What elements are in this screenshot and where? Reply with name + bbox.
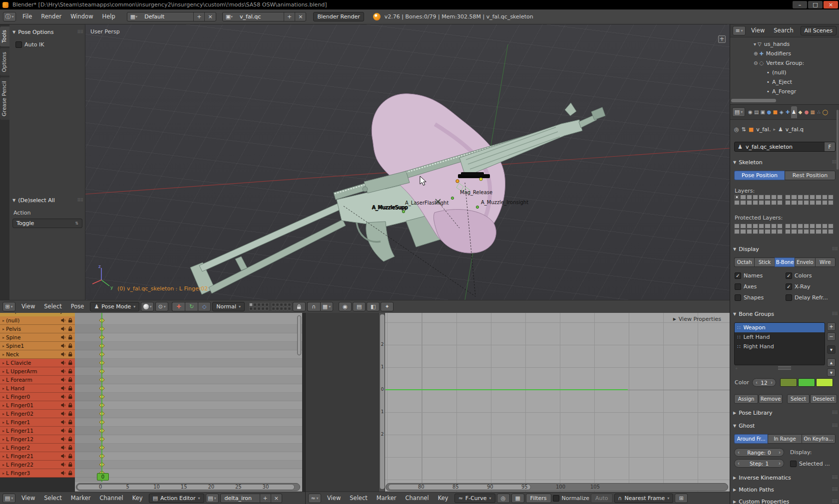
layer-toggle[interactable] bbox=[822, 224, 828, 229]
mute-icon[interactable] bbox=[61, 377, 66, 382]
panel-drag-dots[interactable]: ⠿⠿ bbox=[832, 475, 838, 480]
mute-icon[interactable] bbox=[61, 437, 66, 442]
tab-world[interactable]: ● bbox=[766, 107, 773, 117]
menu-select[interactable]: Select bbox=[39, 300, 66, 313]
collapse-arrow-icon[interactable]: ▼ bbox=[733, 160, 736, 165]
add-screen-icon[interactable]: + bbox=[193, 12, 204, 21]
layer-toggle[interactable] bbox=[734, 229, 740, 234]
render-engine-dropdown[interactable]: Blender Render bbox=[313, 12, 364, 21]
horizontal-scrollbar[interactable] bbox=[731, 99, 776, 102]
toggle-stick[interactable]: Stick bbox=[754, 257, 774, 267]
collapse-arrow-icon[interactable]: ▶ bbox=[733, 500, 736, 504]
lock-icon[interactable] bbox=[68, 335, 73, 340]
layer-toggle[interactable] bbox=[785, 229, 791, 234]
ghost-selected-option[interactable]: Selected ... bbox=[790, 460, 830, 468]
menu-pose[interactable]: Pose bbox=[66, 300, 89, 313]
display-mode-dropdown[interactable]: All Scenes bbox=[801, 26, 837, 35]
lock-icon[interactable] bbox=[68, 377, 73, 382]
bone-group-item[interactable]: ∷Right Hand bbox=[735, 342, 825, 351]
filters-button[interactable]: Filters bbox=[526, 494, 551, 503]
outliner-item[interactable]: ▾▽us_hands bbox=[730, 39, 839, 49]
mute-icon[interactable] bbox=[61, 471, 66, 476]
list-filter-icon[interactable]: ◦ bbox=[735, 366, 738, 371]
pin-icon[interactable]: ◎ bbox=[734, 126, 739, 133]
layer-toggle[interactable] bbox=[747, 224, 752, 229]
expand-icon[interactable]: ▸ bbox=[2, 429, 4, 433]
display-option-shapes[interactable]: Shapes bbox=[735, 293, 764, 301]
lock-icon[interactable] bbox=[68, 454, 73, 459]
current-frame-badge[interactable]: 0 bbox=[97, 473, 109, 481]
mute-icon[interactable] bbox=[61, 428, 66, 433]
checkbox[interactable]: ✓ bbox=[735, 272, 741, 279]
expand-icon[interactable]: ▸ bbox=[2, 352, 4, 357]
move-down-button[interactable]: ▾ bbox=[827, 368, 836, 377]
show-sliders-button[interactable]: ▦ bbox=[511, 494, 524, 503]
current-frame-line[interactable] bbox=[101, 313, 102, 482]
expand-icon[interactable]: ▸ bbox=[2, 378, 4, 382]
mute-icon[interactable] bbox=[61, 403, 66, 408]
layer-toggle[interactable] bbox=[810, 195, 815, 200]
increment-icon[interactable]: › bbox=[771, 380, 773, 385]
button-remove[interactable]: Remove bbox=[759, 394, 783, 404]
expand-icon[interactable]: ▸ bbox=[2, 463, 4, 467]
layer-toggle[interactable] bbox=[272, 303, 275, 306]
fake-user-button[interactable]: F bbox=[824, 142, 835, 151]
action-name-field[interactable]: delta_iron + × bbox=[220, 494, 282, 503]
tab-render-layers[interactable]: ▤ bbox=[754, 107, 760, 117]
menu-view[interactable]: View bbox=[17, 492, 39, 504]
editor-type-button[interactable]: ▤▾ bbox=[732, 107, 745, 117]
mute-icon[interactable] bbox=[61, 318, 66, 323]
editor-type-button[interactable]: ≡▾ bbox=[733, 26, 746, 35]
layer-toggle[interactable] bbox=[771, 224, 777, 229]
lock-icon[interactable] bbox=[68, 343, 73, 348]
tab-modifiers[interactable]: ✚ bbox=[785, 107, 791, 117]
screen-layout-name[interactable]: Default bbox=[140, 12, 193, 21]
channel-row[interactable]: ▸Spine bbox=[0, 333, 75, 342]
fcurve-line[interactable] bbox=[386, 389, 628, 390]
shelf-tab-tools[interactable]: Tools bbox=[0, 26, 9, 46]
color-set-spinner[interactable]: ‹ 12 › bbox=[752, 378, 776, 387]
layer-toggle[interactable] bbox=[798, 200, 803, 205]
layer-toggle[interactable] bbox=[816, 229, 821, 234]
expand-icon[interactable]: ▸ bbox=[2, 361, 4, 365]
layer-toggle[interactable] bbox=[257, 303, 261, 306]
browse-action-button[interactable]: ▤▾ bbox=[206, 494, 219, 503]
layer-toggle[interactable] bbox=[771, 195, 777, 200]
menu-select[interactable]: Select bbox=[39, 492, 66, 504]
layer-toggle[interactable] bbox=[804, 224, 809, 229]
mode-dropdown[interactable]: ♟Pose Mode▾ bbox=[90, 302, 139, 311]
collapse-arrow-icon[interactable]: ▶ bbox=[733, 476, 736, 480]
keyframe-area[interactable]: 0 051015202530 bbox=[75, 313, 302, 492]
channel-row[interactable]: ▸L Finger3 bbox=[0, 469, 75, 478]
layer-toggle[interactable] bbox=[249, 303, 253, 306]
expand-icon[interactable]: ▸ bbox=[2, 318, 4, 323]
channel-row[interactable]: ▸L Clavicle bbox=[0, 359, 75, 367]
channel-row[interactable]: ▸Spine1 bbox=[0, 342, 75, 350]
checkbox[interactable] bbox=[15, 41, 22, 48]
layer-toggle[interactable] bbox=[740, 195, 746, 200]
move-up-button[interactable]: ▴ bbox=[827, 358, 836, 367]
layer-toggle[interactable] bbox=[280, 307, 283, 310]
mute-icon[interactable] bbox=[61, 454, 66, 459]
collapse-arrow-icon[interactable]: ▼ bbox=[733, 424, 736, 428]
expand-icon[interactable]: ▸ bbox=[2, 395, 4, 399]
vertical-scrollbar[interactable] bbox=[837, 110, 839, 170]
channel-row[interactable]: ▸L Forearm bbox=[0, 376, 75, 384]
outliner-item[interactable]: •A_Eject bbox=[730, 77, 839, 87]
datablock-name[interactable]: v_fal.qc_skeleton bbox=[746, 144, 821, 150]
bone-group-item[interactable]: ∷Weapon bbox=[735, 323, 825, 332]
orientation-extra-button[interactable]: ✦ bbox=[381, 302, 394, 311]
auto-normalize-button[interactable]: Auto bbox=[591, 494, 613, 503]
color-swatch[interactable] bbox=[798, 378, 815, 387]
layer-toggle[interactable] bbox=[798, 195, 803, 200]
menu-key[interactable]: Key bbox=[433, 492, 453, 504]
layer-toggle[interactable] bbox=[810, 200, 815, 205]
panel-drag-dots[interactable]: ⠿⠿ bbox=[832, 423, 838, 428]
snap-element-dropdown[interactable]: ▦▾ bbox=[320, 302, 333, 311]
mute-icon[interactable] bbox=[61, 369, 66, 374]
breadcrumb-object[interactable]: v_fal. bbox=[756, 126, 771, 133]
lock-to-scene-button[interactable] bbox=[293, 302, 306, 311]
display-option-names[interactable]: ✓Names bbox=[735, 271, 763, 279]
layer-toggle[interactable] bbox=[816, 200, 821, 205]
layer-toggle[interactable] bbox=[734, 200, 740, 205]
